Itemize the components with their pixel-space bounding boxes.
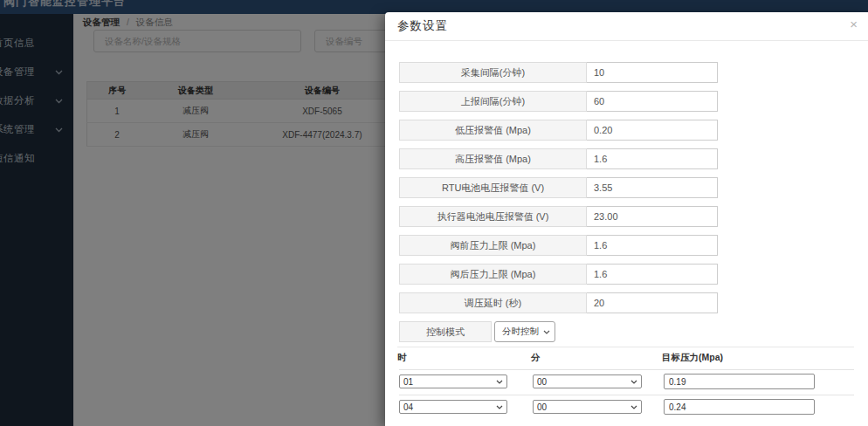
close-icon[interactable]: × <box>846 16 861 33</box>
param-label: 调压延时 (秒) <box>399 292 587 313</box>
minute-value: 00 <box>537 402 547 412</box>
chevron-down-icon <box>543 330 550 334</box>
chevron-down-icon <box>630 380 637 384</box>
screen: 阀门智能监控管理平台 首页信息 设备管理 数据分析 系统管理 短信通知 <box>0 0 868 426</box>
schedule-header-minute: 分 <box>531 352 541 364</box>
schedule-header-hour: 时 <box>397 352 407 364</box>
collect-interval-input[interactable] <box>587 62 718 83</box>
param-row-actuator-battery-alarm: 执行器电池电压报警值 (V) <box>399 206 868 227</box>
param-label: 上报间隔(分钟) <box>399 91 587 112</box>
modal-body: 采集间隔(分钟) 上报间隔(分钟) 低压报警值 (Mpa) 高压报警值 (Mpa… <box>385 41 868 420</box>
schedule-row: 01 00 <box>399 369 854 395</box>
param-row-high-pressure-alarm: 高压报警值 (Mpa) <box>399 148 868 169</box>
schedule-section: 时 分 目标压力(Mpa) 01 00 <box>399 347 854 420</box>
param-row-regulation-delay: 调压延时 (秒) <box>399 292 868 313</box>
control-mode-value: 分时控制 <box>502 326 539 338</box>
minute-select[interactable]: 00 <box>533 400 642 414</box>
param-row-pre-valve-pressure-limit: 阀前压力上限 (Mpa) <box>399 235 868 256</box>
actuator-battery-alarm-input[interactable] <box>587 206 718 227</box>
target-pressure-input[interactable] <box>664 399 815 415</box>
post-valve-pressure-limit-input[interactable] <box>587 264 718 285</box>
param-label: RTU电池电压报警值 (V) <box>399 177 587 198</box>
rtu-battery-alarm-input[interactable] <box>587 177 718 198</box>
param-label: 阀后压力上限 (Mpa) <box>399 264 587 285</box>
param-row-low-pressure-alarm: 低压报警值 (Mpa) <box>399 120 868 141</box>
control-mode-row: 控制模式 分时控制 <box>399 321 868 342</box>
chevron-down-icon <box>496 380 503 384</box>
hour-value: 04 <box>403 402 413 412</box>
param-row-rtu-battery-alarm: RTU电池电压报警值 (V) <box>399 177 868 198</box>
chevron-down-icon <box>630 405 637 409</box>
pre-valve-pressure-limit-input[interactable] <box>587 235 718 256</box>
param-label: 阀前压力上限 (Mpa) <box>399 235 587 256</box>
hour-value: 01 <box>403 377 413 387</box>
schedule-row: 04 00 <box>399 395 854 420</box>
modal-header: 参数设置 × <box>385 12 868 41</box>
minute-select[interactable]: 00 <box>533 374 642 388</box>
param-row-report-interval: 上报间隔(分钟) <box>399 91 868 112</box>
param-label: 低压报警值 (Mpa) <box>399 120 587 141</box>
param-label: 采集间隔(分钟) <box>399 62 587 83</box>
schedule-header-pressure: 目标压力(Mpa) <box>662 352 723 364</box>
hour-select[interactable]: 01 <box>399 374 507 388</box>
param-label: 高压报警值 (Mpa) <box>399 148 587 169</box>
param-row-post-valve-pressure-limit: 阀后压力上限 (Mpa) <box>399 264 868 285</box>
low-pressure-alarm-input[interactable] <box>587 120 718 141</box>
modal-title: 参数设置 <box>397 18 448 34</box>
target-pressure-input[interactable] <box>664 374 815 389</box>
control-mode-label: 控制模式 <box>399 321 492 342</box>
regulation-delay-input[interactable] <box>587 292 718 313</box>
minute-value: 00 <box>537 377 547 387</box>
high-pressure-alarm-input[interactable] <box>587 148 718 169</box>
hour-select[interactable]: 04 <box>399 400 507 414</box>
param-row-collect-interval: 采集间隔(分钟) <box>399 62 868 83</box>
param-label: 执行器电池电压报警值 (V) <box>399 206 587 227</box>
report-interval-input[interactable] <box>587 91 718 112</box>
control-mode-select[interactable]: 分时控制 <box>494 321 555 342</box>
schedule-header-row: 时 分 目标压力(Mpa) <box>397 347 854 369</box>
chevron-down-icon <box>496 405 503 409</box>
parameter-settings-modal: 参数设置 × 采集间隔(分钟) 上报间隔(分钟) 低压报警值 (Mpa) 高压报… <box>385 12 868 426</box>
